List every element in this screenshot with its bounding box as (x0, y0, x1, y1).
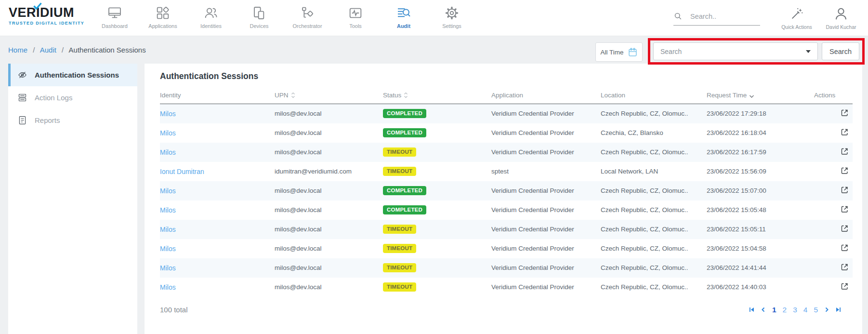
identity-link[interactable]: Milos (160, 206, 176, 214)
top-bar: VERIDIUM TRUSTED DIGITAL IDENTITY Dashbo… (0, 0, 868, 36)
request-time-cell: 23/06/2022 16:18:04 (707, 123, 814, 143)
total-count-label: 100 total (160, 306, 188, 314)
authentication-sessions-panel: Authentication Sessions Identity UPN Sta… (145, 64, 862, 334)
devices-icon (251, 5, 267, 21)
identity-link[interactable]: Milos (160, 148, 176, 156)
application-cell: Veridium Credential Provider (491, 200, 601, 220)
annotation-highlight-box: Search Search (648, 38, 865, 65)
nav-item-settings[interactable]: Settings (428, 0, 476, 36)
identity-link[interactable]: Ionut Dumitran (160, 168, 204, 175)
last-page-button[interactable] (836, 307, 842, 313)
user-menu[interactable]: David Kuchar (818, 6, 864, 30)
first-page-button[interactable] (748, 307, 754, 313)
actions-cell (814, 162, 853, 181)
global-search-input[interactable] (690, 13, 753, 20)
actions-cell (814, 123, 853, 143)
view-session-details-button[interactable] (840, 108, 849, 117)
status-badge: COMPLETED (383, 128, 426, 137)
nav-item-identities[interactable]: Identities (187, 0, 235, 36)
nav-item-orchestrator[interactable]: Orchestrator (283, 0, 331, 36)
time-range-label: All Time (600, 49, 623, 56)
page-number[interactable]: 5 (814, 306, 818, 314)
search-button[interactable]: Search (822, 42, 859, 60)
page-number[interactable]: 3 (793, 306, 797, 314)
table-row: Milosmilos@dev.localTIMEOUTVeridium Cred… (160, 143, 853, 162)
sort-both-icon (291, 92, 295, 98)
request-time-cell: 23/06/2022 14:40:03 (707, 278, 814, 297)
column-header-upn[interactable]: UPN (275, 90, 383, 104)
log-list-icon (17, 93, 27, 103)
search-icon (673, 12, 683, 21)
sidebar-item-authentication-sessions[interactable]: Authentication Sessions (8, 64, 137, 86)
view-session-details-button[interactable] (840, 243, 849, 252)
column-header-request-time[interactable]: Request Time (707, 90, 814, 104)
column-header-actions: Actions (814, 90, 853, 104)
view-session-details-button[interactable] (840, 263, 849, 271)
column-header-location: Location (601, 90, 707, 104)
status-cell: COMPLETED (383, 181, 491, 200)
view-session-details-button[interactable] (840, 186, 849, 194)
nav-item-applications[interactable]: Applications (139, 0, 187, 36)
view-session-details-button[interactable] (840, 282, 849, 291)
quick-actions-label: Quick Actions (781, 24, 812, 30)
identity-link[interactable]: Milos (160, 226, 176, 233)
upn-cell: milos@dev.local (275, 220, 383, 239)
search-dropdown-value: Search (660, 48, 806, 55)
nav-item-dashboard[interactable]: Dashboard (91, 0, 139, 36)
page-number[interactable]: 1 (772, 306, 776, 314)
audit-sidebar: Authentication Sessions Action Logs Repo… (8, 64, 137, 334)
nav-item-tools[interactable]: Tools (331, 0, 380, 36)
identity-link[interactable]: Milos (160, 187, 176, 195)
identity-link[interactable]: Milos (160, 283, 176, 291)
page-number[interactable]: 4 (803, 306, 808, 314)
quick-actions-button[interactable]: Quick Actions (774, 6, 820, 30)
identity-cell: Milos (160, 220, 275, 239)
upn-cell: milos@dev.local (275, 258, 383, 278)
identity-link[interactable]: Milos (160, 129, 176, 137)
search-field-dropdown[interactable]: Search (653, 42, 818, 60)
nav-item-devices[interactable]: Devices (235, 0, 283, 36)
veridium-logo[interactable]: VERIDIUM TRUSTED DIGITAL IDENTITY (9, 6, 84, 26)
actions-cell (814, 200, 853, 220)
view-session-details-button[interactable] (840, 166, 849, 175)
view-session-details-button[interactable] (840, 205, 849, 214)
identity-link[interactable]: Milos (160, 110, 176, 118)
magic-wand-icon (789, 6, 804, 22)
upn-cell: milos@dev.local (275, 143, 383, 162)
breadcrumb-audit[interactable]: Audit (40, 46, 56, 54)
next-page-button[interactable] (824, 307, 829, 313)
table-row: Milosmilos@dev.localTIMEOUTVeridium Cred… (160, 239, 853, 258)
gear-icon (444, 5, 460, 21)
calendar-icon (628, 47, 638, 57)
actions-cell (814, 278, 853, 297)
application-cell: Veridium Credential Provider (491, 104, 601, 123)
table-row: Milosmilos@dev.localCOMPLETEDVeridium Cr… (160, 104, 853, 123)
time-range-filter-button[interactable]: All Time (595, 42, 643, 62)
logo-text: VERIDIUM (9, 6, 84, 19)
upn-cell: idumitran@veridiumid.com (275, 162, 383, 181)
sidebar-item-reports[interactable]: Reports (8, 109, 137, 132)
identity-cell: Ionut Dumitran (160, 162, 275, 181)
actions-cell (814, 258, 853, 278)
nav-label: Applications (148, 23, 177, 29)
sidebar-item-action-logs[interactable]: Action Logs (8, 86, 137, 109)
identity-link[interactable]: Milos (160, 264, 176, 272)
view-session-details-button[interactable] (840, 224, 849, 233)
table-row: Milosmilos@dev.localTIMEOUTVeridium Cred… (160, 258, 853, 278)
eye-off-icon (17, 70, 27, 80)
page-number[interactable]: 2 (783, 306, 787, 314)
identity-cell: Milos (160, 258, 275, 278)
report-document-icon (17, 115, 27, 125)
view-session-details-button[interactable] (840, 128, 849, 136)
view-session-details-button[interactable] (840, 147, 849, 156)
nav-item-audit[interactable]: Audit (380, 0, 428, 36)
breadcrumb-home[interactable]: Home (8, 46, 27, 54)
upn-cell: milos@dev.local (275, 278, 383, 297)
users-icon (203, 5, 219, 21)
column-header-status[interactable]: Status (383, 90, 491, 104)
previous-page-button[interactable] (761, 307, 766, 313)
identity-link[interactable]: Milos (160, 245, 176, 253)
status-badge: TIMEOUT (383, 244, 416, 253)
table-footer: 100 total 12345 (160, 306, 853, 314)
status-cell: COMPLETED (383, 104, 491, 123)
